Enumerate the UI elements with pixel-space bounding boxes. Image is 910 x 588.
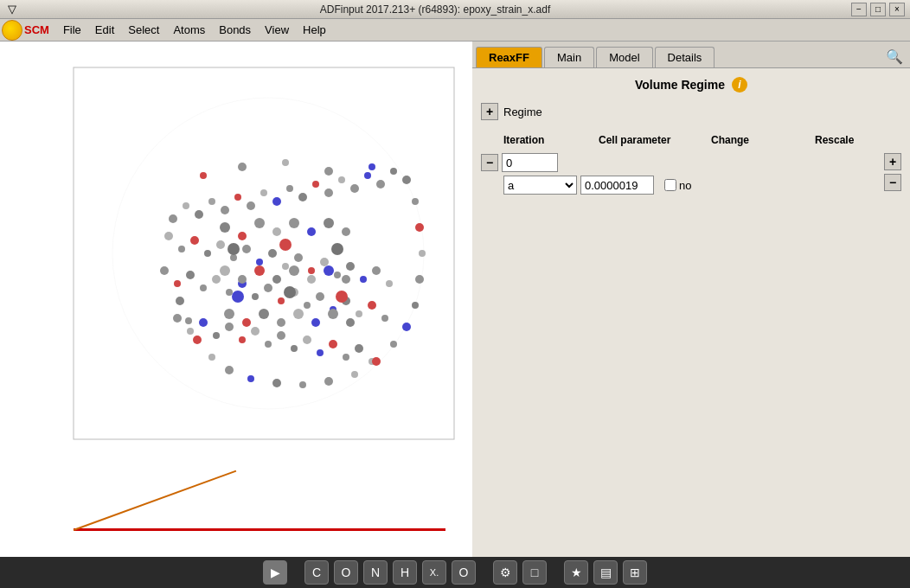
- svg-point-54: [368, 301, 376, 310]
- svg-point-55: [381, 315, 388, 322]
- tool-grid[interactable]: ⊞: [623, 560, 647, 585]
- svg-point-9: [260, 189, 267, 196]
- add-row-button[interactable]: +: [884, 153, 901, 170]
- svg-point-122: [331, 243, 343, 255]
- axis-orange: [74, 470, 237, 531]
- menu-file[interactable]: File: [56, 22, 88, 38]
- svg-point-47: [278, 297, 285, 304]
- svg-point-58: [199, 318, 208, 327]
- svg-point-23: [204, 250, 211, 257]
- svg-point-73: [238, 163, 247, 171]
- tool-custom[interactable]: X.: [422, 560, 446, 585]
- svg-point-67: [317, 349, 324, 356]
- tool-gear[interactable]: ⚙: [493, 560, 517, 585]
- search-icon[interactable]: 🔍: [882, 45, 907, 67]
- svg-point-83: [402, 323, 411, 331]
- svg-point-74: [282, 159, 289, 166]
- svg-point-13: [312, 181, 319, 188]
- svg-point-43: [226, 289, 233, 296]
- svg-point-64: [277, 331, 285, 340]
- svg-point-109: [307, 275, 316, 284]
- svg-point-89: [272, 379, 281, 387]
- tab-details[interactable]: Details: [655, 47, 715, 67]
- svg-point-40: [186, 271, 195, 279]
- svg-point-88: [299, 381, 306, 388]
- panel-title-area: Volume Regime i: [481, 77, 901, 93]
- tab-reaxff[interactable]: ReaxFF: [476, 47, 542, 67]
- tool-hydrogen[interactable]: H: [393, 560, 417, 585]
- svg-point-53: [356, 310, 362, 317]
- svg-point-35: [360, 276, 367, 283]
- molecule-canvas[interactable]: [0, 42, 472, 557]
- scm-icon-small: ▽: [5, 3, 19, 16]
- menu-atoms[interactable]: Atoms: [166, 22, 212, 38]
- svg-point-34: [346, 262, 355, 271]
- svg-point-7: [234, 194, 241, 201]
- svg-point-21: [178, 246, 185, 252]
- svg-point-36: [372, 266, 381, 275]
- svg-point-72: [200, 172, 207, 179]
- info-icon[interactable]: i: [732, 77, 747, 93]
- svg-point-10: [272, 197, 281, 206]
- tool-ring[interactable]: O: [452, 560, 476, 585]
- remove-row-button[interactable]: −: [884, 174, 901, 191]
- svg-point-114: [259, 309, 269, 319]
- svg-point-41: [200, 284, 207, 291]
- svg-point-4: [195, 210, 203, 219]
- tool-oxygen[interactable]: O: [334, 560, 358, 585]
- svg-point-108: [289, 265, 299, 276]
- svg-point-124: [284, 286, 296, 298]
- rescale-checkbox[interactable]: [664, 179, 676, 191]
- svg-point-15: [338, 176, 345, 183]
- svg-point-86: [351, 371, 358, 378]
- svg-point-62: [251, 327, 260, 336]
- cell-parameter-select[interactable]: a b c: [503, 176, 577, 195]
- svg-point-42: [212, 275, 221, 284]
- svg-point-116: [293, 309, 304, 319]
- add-regime-button[interactable]: +: [481, 103, 498, 120]
- tool-nitrogen[interactable]: N: [363, 560, 388, 585]
- panel-title-text: Volume Regime: [635, 78, 725, 92]
- menu-select[interactable]: Select: [121, 22, 166, 38]
- change-input[interactable]: [580, 176, 654, 195]
- tool-carbon[interactable]: C: [304, 560, 329, 585]
- header-cell-parameter: Cell parameter: [599, 134, 711, 146]
- svg-point-61: [239, 336, 246, 343]
- menu-view[interactable]: View: [258, 22, 296, 38]
- viewport[interactable]: [0, 42, 472, 557]
- svg-point-56: [173, 314, 182, 323]
- menu-bonds[interactable]: Bonds: [212, 22, 258, 38]
- scm-logo: SCM: [2, 20, 49, 41]
- tool-star[interactable]: ★: [564, 560, 588, 585]
- svg-point-27: [256, 259, 263, 265]
- svg-point-81: [415, 275, 424, 284]
- iteration-input[interactable]: [502, 153, 558, 172]
- svg-point-106: [254, 265, 265, 276]
- svg-point-49: [304, 302, 311, 309]
- svg-point-18: [376, 180, 385, 189]
- svg-point-87: [324, 377, 333, 386]
- svg-point-76: [368, 163, 375, 170]
- tab-model[interactable]: Model: [596, 47, 652, 67]
- bottom-toolbar: ▶ C O N H X. O ⚙ □ ★ ▤ ⊞: [0, 557, 910, 588]
- maximize-button[interactable]: □: [870, 3, 886, 16]
- menu-help[interactable]: Help: [296, 22, 333, 38]
- svg-point-102: [324, 218, 334, 228]
- tool-view[interactable]: ▤: [593, 560, 618, 585]
- svg-point-26: [242, 245, 251, 253]
- svg-point-46: [264, 284, 272, 292]
- axis-red: [74, 528, 445, 531]
- remove-iteration-button[interactable]: −: [481, 154, 498, 171]
- svg-point-24: [216, 240, 225, 249]
- tool-box[interactable]: □: [522, 560, 547, 585]
- menu-edit[interactable]: Edit: [88, 22, 121, 38]
- svg-point-93: [193, 336, 202, 344]
- main-content: ReaxFF Main Model Details 🔍 Volume Regim…: [0, 42, 910, 557]
- svg-point-110: [324, 265, 334, 276]
- tab-main[interactable]: Main: [544, 47, 594, 67]
- tool-select[interactable]: ▶: [263, 560, 287, 585]
- close-button[interactable]: ×: [889, 3, 905, 16]
- svg-point-100: [289, 218, 299, 228]
- svg-point-3: [183, 202, 189, 209]
- minimize-button[interactable]: −: [851, 3, 867, 16]
